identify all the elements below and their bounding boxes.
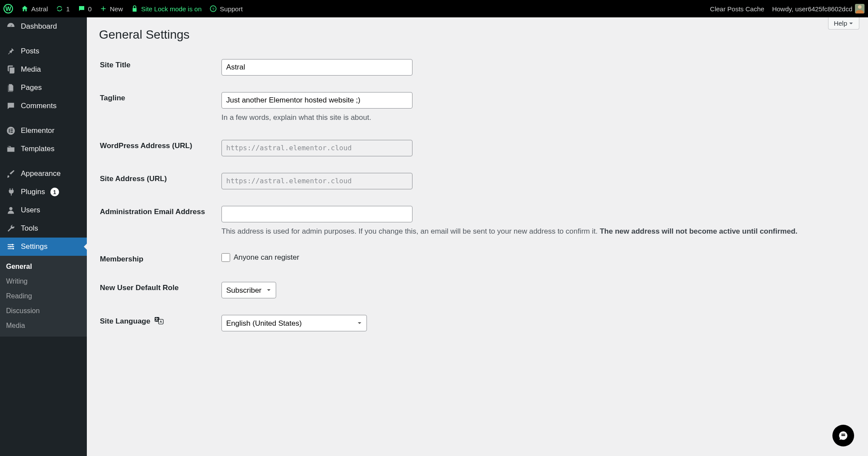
svg-text:文: 文 [155,317,158,321]
help-icon: ? [209,5,217,13]
sidebar-label: Plugins [21,188,45,196]
new-label: New [110,5,123,13]
svg-text:?: ? [212,7,215,11]
admin-email-input[interactable] [221,206,413,222]
home-icon [21,5,29,13]
comments-link[interactable]: 0 [78,5,92,13]
svg-rect-4 [10,129,13,129]
svg-rect-5 [10,130,13,131]
svg-rect-6 [10,132,13,133]
sidebar-label: Elementor [21,126,54,135]
admin-sidebar: Dashboard Posts Media Pages Comments Ele… [0,17,87,357]
templates-icon [6,144,16,154]
site-title-input[interactable] [221,59,413,76]
sidebar-label: Tools [21,224,38,233]
sidebar-item-templates[interactable]: Templates [0,140,87,158]
sidebar-item-users[interactable]: Users [0,201,87,219]
updates-link[interactable]: 1 [56,5,69,13]
support-label: Support [220,5,243,13]
comments-icon [6,101,16,111]
submenu-item-reading[interactable]: Reading [0,289,87,304]
support-link[interactable]: ? Support [209,5,243,13]
sidebar-item-settings[interactable]: Settings [0,238,87,256]
brush-icon [6,169,16,178]
sidebar-item-posts[interactable]: Posts [0,42,87,60]
svg-point-7 [9,207,12,210]
sidebar-label: Appearance [21,169,61,178]
default-role-select[interactable]: Subscriber [221,282,276,298]
sidebar-item-elementor[interactable]: Elementor [0,122,87,140]
submenu-item-writing[interactable]: Writing [0,274,87,289]
svg-point-8 [12,244,13,246]
svg-point-9 [9,246,11,248]
sidebar-label: Dashboard [21,22,57,31]
tagline-input[interactable] [221,92,413,109]
main-content: Help General Settings Site Title Tagline… [87,17,868,357]
site-title-label: Site Title [100,51,221,83]
site-home-link[interactable]: Astral [21,5,48,13]
sidebar-item-appearance[interactable]: Appearance [0,165,87,183]
sidebar-label: Comments [21,102,56,110]
dashboard-icon [6,22,16,31]
admin-email-label: Administration Email Address [100,198,221,245]
help-tab[interactable]: Help [828,17,859,30]
pin-icon [6,46,16,56]
submenu-item-general[interactable]: General [0,259,87,274]
tagline-label: Tagline [100,84,221,131]
user-icon [6,205,16,215]
plugin-icon [6,187,16,197]
sidebar-item-pages[interactable]: Pages [0,79,87,97]
plugins-update-badge: 1 [50,188,59,196]
sidebar-item-tools[interactable]: Tools [0,219,87,238]
chevron-down-icon [848,21,854,26]
default-role-label: New User Default Role [100,274,221,306]
sidebar-label: Posts [21,47,40,56]
svg-point-10 [13,248,14,250]
help-label: Help [834,20,847,27]
site-lock-link[interactable]: Site Lock mode is on [131,5,201,13]
comments-count: 0 [88,5,92,13]
sidebar-label: Templates [21,145,54,153]
translate-icon: 文A [154,317,164,327]
sidebar-item-dashboard[interactable]: Dashboard [0,17,87,36]
clear-cache-link[interactable]: Clear Posts Cache [710,5,764,13]
sidebar-label: Pages [21,83,42,92]
plus-icon [99,5,107,13]
membership-label: Membership [100,245,221,273]
media-icon [6,65,16,74]
wp-url-label: WordPress Address (URL) [100,132,221,164]
pages-icon [6,83,16,93]
lock-icon [131,5,139,13]
site-name: Astral [31,5,48,13]
wp-url-input [221,140,413,156]
membership-checkbox-label[interactable]: Anyone can register [221,253,851,262]
updates-count: 1 [66,5,69,13]
clear-cache-label: Clear Posts Cache [710,5,764,13]
submenu-item-discussion[interactable]: Discussion [0,304,87,318]
sidebar-item-media[interactable]: Media [0,60,87,79]
site-url-label: Site Address (URL) [100,165,221,197]
svg-text:A: A [160,320,162,324]
refresh-icon [56,5,63,13]
avatar-icon [855,4,865,13]
sidebar-label: Users [21,206,40,215]
wrench-icon [6,224,16,233]
new-content-link[interactable]: New [99,5,123,13]
howdy-text: Howdy, user6425fc8602dcd [772,5,852,13]
sidebar-label: Media [21,65,41,74]
sidebar-item-comments[interactable]: Comments [0,97,87,115]
site-url-input [221,173,413,189]
wordpress-logo-icon[interactable]: W [3,4,13,13]
comment-icon [78,5,86,13]
admin-toolbar: W Astral 1 0 New Site Lock mode is on ? … [0,0,868,17]
membership-checkbox[interactable] [221,253,230,262]
sidebar-item-plugins[interactable]: Plugins 1 [0,183,87,201]
tagline-description: In a few words, explain what this site i… [221,112,851,123]
account-link[interactable]: Howdy, user6425fc8602dcd [772,4,865,13]
submenu-item-media[interactable]: Media [0,318,87,333]
sidebar-label: Settings [21,242,47,251]
site-language-select[interactable]: English (United States) [221,315,367,331]
site-language-label: Site Language 文A [100,307,221,339]
settings-form-table: Site Title Tagline In a few words, expla… [99,50,856,340]
elementor-icon [6,126,16,135]
